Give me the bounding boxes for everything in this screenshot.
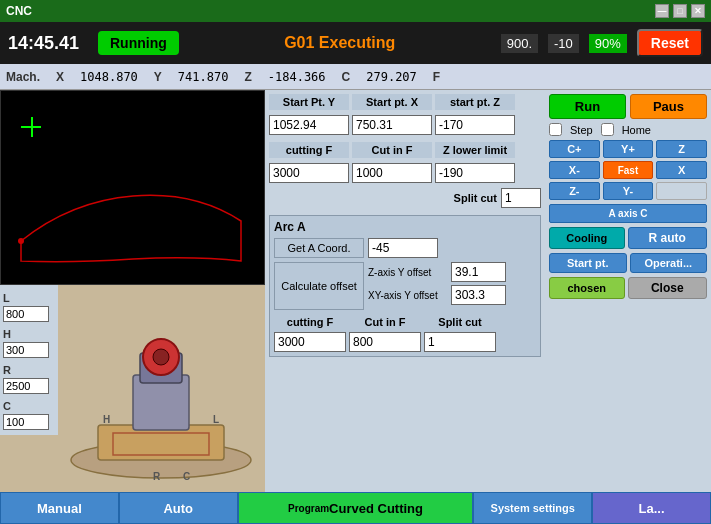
h-input[interactable]: [3, 342, 49, 358]
xy-axis-row: XY-axis Y offset: [368, 285, 506, 305]
r-label: R: [3, 364, 11, 376]
step-home-row: Step Home: [549, 123, 707, 136]
pause-button[interactable]: Paus: [630, 94, 707, 119]
arc-params-header: cutting F Cut in F Split cut: [274, 314, 536, 330]
main-content: L H R C: [0, 90, 711, 492]
start-operating-row: Start pt. Operati...: [549, 253, 707, 273]
maximize-button[interactable]: □: [673, 4, 687, 18]
curved-cutting-label: Curved Cutting: [329, 501, 423, 516]
start-z-input[interactable]: [435, 115, 515, 135]
svg-text:C: C: [183, 471, 190, 482]
start-points-header: Start Pt. Y Start pt. X start pt. Z: [269, 94, 541, 110]
x-plus-button[interactable]: X: [656, 161, 707, 179]
offset-rows: Calculate offset Z-axis Y offset XY-axis…: [274, 262, 536, 310]
y-minus-button[interactable]: Y-: [603, 182, 654, 200]
coords-bar: Mach. X 1048.870 Y 741.870 Z -184.366 C …: [0, 64, 711, 90]
c-label: C: [342, 70, 351, 84]
x-minus-button[interactable]: X-: [549, 161, 600, 179]
running-status: Running: [98, 31, 179, 55]
close-button[interactable]: ✕: [691, 4, 705, 18]
a-axis-button[interactable]: A axis C: [549, 204, 707, 223]
get-a-val-input[interactable]: [368, 238, 438, 258]
step-label: Step: [570, 124, 593, 136]
z-minus-button[interactable]: Z-: [549, 182, 600, 200]
reset-button[interactable]: Reset: [637, 29, 703, 57]
cut-in-f-label: Cut in F: [352, 142, 432, 158]
bottom-bar: Manual Auto Program Curved Cutting Syste…: [0, 492, 711, 524]
home-checkbox[interactable]: [601, 123, 614, 136]
start-pt-x-label: Start pt. X: [352, 94, 432, 110]
program-label: Program: [288, 503, 329, 514]
arc-section-label: Arc A: [274, 220, 536, 234]
cooling-rauto-row: Cooling R auto: [549, 227, 707, 249]
cut-in-f-input[interactable]: [352, 163, 432, 183]
auto-button[interactable]: Auto: [119, 492, 238, 524]
c-input[interactable]: [3, 414, 49, 430]
center-panel: Start Pt. Y Start pt. X start pt. Z cutt…: [265, 90, 545, 492]
y-label: Y: [154, 70, 162, 84]
z-lower-label: Z lower limit: [435, 142, 515, 158]
cutting-f-label: cutting F: [269, 142, 349, 158]
start-y-input[interactable]: [269, 115, 349, 135]
start-pt-z-label: start pt. Z: [435, 94, 515, 110]
get-a-coord-button[interactable]: Get A Coord.: [274, 238, 364, 258]
c-lhrc-label: C: [3, 400, 11, 412]
axis-grid: C+ Y+ Z X- Fast X Z- Y-: [549, 140, 707, 200]
f-offset: -10: [548, 34, 579, 53]
h-label: H: [3, 328, 11, 340]
x-label: X: [56, 70, 64, 84]
manual-button[interactable]: Manual: [0, 492, 119, 524]
z-axis-row: Z-axis Y offset: [368, 262, 506, 282]
chosen-button[interactable]: chosen: [549, 277, 625, 299]
close-button[interactable]: Close: [628, 277, 708, 299]
offset-fields: Z-axis Y offset XY-axis Y offset: [368, 262, 506, 310]
z-axis-input[interactable]: [451, 262, 506, 282]
start-pt-button[interactable]: Start pt.: [549, 253, 627, 273]
z-label: Z: [244, 70, 251, 84]
c-plus-button[interactable]: C+: [549, 140, 600, 158]
c-param: C: [3, 396, 55, 430]
lhrc-panel: L H R C: [0, 285, 58, 435]
calc-offset-button[interactable]: Calculate offset: [274, 262, 364, 310]
xy-axis-label: XY-axis Y offset: [368, 290, 448, 301]
z-lower-input[interactable]: [435, 163, 515, 183]
y-plus-button[interactable]: Y+: [603, 140, 654, 158]
title-bar-controls: — □ ✕: [655, 4, 705, 18]
fast-button[interactable]: Fast: [603, 161, 654, 179]
title-bar: CNC — □ ✕: [0, 0, 711, 22]
last-button[interactable]: La...: [592, 492, 711, 524]
xy-axis-input[interactable]: [451, 285, 506, 305]
operating-button[interactable]: Operati...: [630, 253, 708, 273]
svg-point-7: [153, 349, 169, 365]
svg-point-0: [18, 238, 24, 244]
r-input[interactable]: [3, 378, 49, 394]
z-right-button[interactable]: Z: [656, 140, 707, 158]
current-time: 14:45.41: [8, 33, 88, 54]
minimize-button[interactable]: —: [655, 4, 669, 18]
arc-section: Arc A Get A Coord. Calculate offset Z-ax…: [269, 215, 541, 357]
home-label: Home: [622, 124, 651, 136]
arc-cutting-f-input[interactable]: [274, 332, 346, 352]
c-value: 279.207: [366, 70, 417, 84]
arc-split-cut-input[interactable]: [424, 332, 496, 352]
curved-cutting-button[interactable]: Program Curved Cutting: [238, 492, 474, 524]
l-input[interactable]: [3, 306, 49, 322]
arc-split-cut-header: Split cut: [424, 314, 496, 330]
f-label: 900.: [501, 34, 538, 53]
start-x-input[interactable]: [352, 115, 432, 135]
run-button[interactable]: Run: [549, 94, 626, 119]
z-axis-label: Z-axis Y offset: [368, 267, 448, 278]
split-cut-input[interactable]: [501, 188, 541, 208]
arc-cut-in-f-input[interactable]: [349, 332, 421, 352]
step-checkbox[interactable]: [549, 123, 562, 136]
svg-text:L: L: [213, 414, 219, 425]
canvas-svg: [11, 101, 256, 271]
system-settings-button[interactable]: System settings: [473, 492, 592, 524]
r-auto-button[interactable]: R auto: [628, 227, 708, 249]
left-panel: L H R C: [0, 90, 265, 492]
chosen-close-row: chosen Close: [549, 277, 707, 299]
pct-value: 90%: [589, 34, 627, 53]
machine-illustration: H L R C: [58, 285, 265, 485]
cooling-button[interactable]: Cooling: [549, 227, 625, 249]
cutting-f-input[interactable]: [269, 163, 349, 183]
